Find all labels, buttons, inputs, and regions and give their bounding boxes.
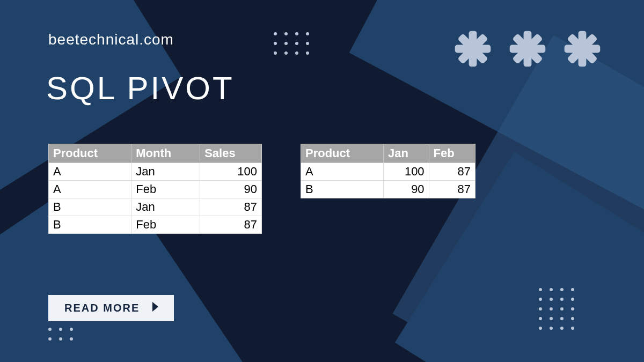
dot-grid-icon [48,318,73,341]
read-more-label: READ MORE [64,302,140,314]
asterisk-icon [508,29,547,69]
col-feb: Feb [429,144,475,163]
dot-grid-icon [274,32,309,55]
page-title: SQL PIVOT [46,70,235,107]
cell-sales: 87 [200,198,262,216]
col-sales: Sales [200,144,262,163]
cell-sales: 100 [200,163,262,181]
col-month: Month [131,144,200,163]
cell-month: Feb [131,181,200,198]
table-row: A Feb 90 [49,181,262,198]
asterisk-row [453,29,602,69]
table-row: A Jan 100 [49,163,262,181]
table-header-row: Product Month Sales [49,144,262,163]
cell-month: Feb [131,216,200,234]
cell-month: Jan [131,198,200,216]
chevron-right-icon [151,301,160,315]
table-header-row: Product Jan Feb [301,144,475,163]
table-row: B 90 87 [301,181,475,198]
asterisk-icon [453,29,493,69]
cell-product: A [301,163,384,181]
dot-grid-icon [539,288,574,330]
site-name: beetechnical.com [48,31,174,48]
cell-sales: 90 [200,181,262,198]
asterisk-icon [562,29,602,69]
col-product: Product [49,144,131,163]
table-row: B Feb 87 [49,216,262,234]
cell-product: A [49,181,131,198]
cell-month: Jan [131,163,200,181]
table-row: B Jan 87 [49,198,262,216]
cell-product: B [49,198,131,216]
read-more-button[interactable]: READ MORE [48,295,174,321]
cell-jan: 90 [384,181,429,198]
cell-product: B [301,181,384,198]
table-row: A 100 87 [301,163,475,181]
cell-product: B [49,216,131,234]
cell-feb: 87 [429,163,475,181]
col-jan: Jan [384,144,429,163]
col-product: Product [301,144,384,163]
cell-feb: 87 [429,181,475,198]
cell-jan: 100 [384,163,429,181]
cell-product: A [49,163,131,181]
source-table: Product Month Sales A Jan 100 A Feb 90 B… [48,144,262,234]
cell-sales: 87 [200,216,262,234]
pivot-table: Product Jan Feb A 100 87 B 90 87 [301,144,475,198]
